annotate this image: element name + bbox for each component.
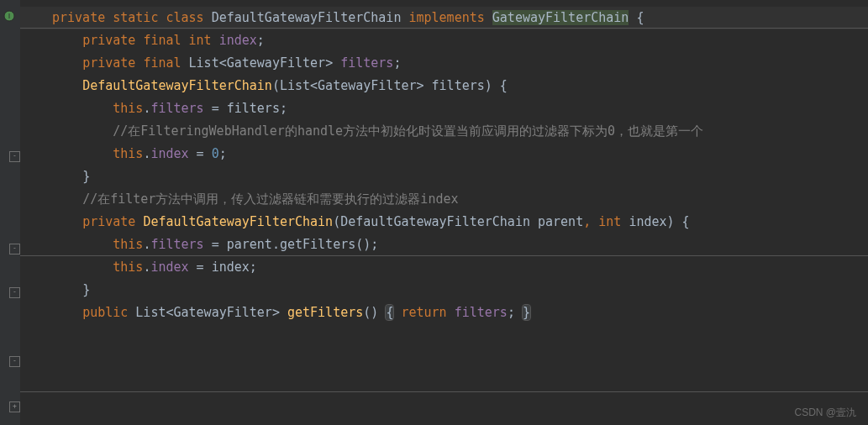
brace: { (636, 10, 644, 25)
overrides-icon[interactable]: I (2, 10, 17, 25)
fold-icon[interactable]: - (9, 151, 20, 162)
code-line[interactable]: this.index = index; (20, 256, 868, 279)
folded-brace[interactable]: } (523, 305, 530, 320)
watermark: CSDN @壹氿 (794, 406, 856, 420)
number-zero: 0 (212, 146, 219, 161)
field-index: index (219, 33, 257, 48)
constructor: DefaultGatewayFilterChain (82, 78, 272, 93)
constructor: DefaultGatewayFilterChain (143, 214, 333, 229)
code-line[interactable]: this.filters = filters; (20, 97, 868, 120)
code-line[interactable]: private static class DefaultGatewayFilte… (20, 7, 868, 29)
method-separator (20, 391, 868, 392)
code-line[interactable]: public List<GatewayFilter> getFilters() … (20, 302, 868, 324)
code-line[interactable]: } (20, 279, 868, 302)
type-name: GatewayFilterChain (492, 10, 629, 25)
kw-implements: implements (408, 10, 484, 25)
code-line[interactable]: //在FilteringWebHandler的handle方法中初始化时设置当前… (20, 120, 868, 143)
code-line[interactable]: this.filters = parent.getFilters(); (20, 233, 868, 256)
code-area[interactable]: private static class DefaultGatewayFilte… (20, 0, 868, 324)
type-name: DefaultGatewayFilterChain (212, 10, 402, 25)
kw-static: static (113, 10, 158, 25)
method-separator (20, 28, 868, 29)
code-line[interactable]: private final int index; (20, 29, 868, 52)
method-separator (20, 255, 868, 256)
code-editor[interactable]: I - - - - + private static class Default… (0, 0, 868, 425)
code-line[interactable]: private final List<GatewayFilter> filter… (20, 52, 868, 75)
code-line[interactable]: private DefaultGatewayFilterChain(Defaul… (20, 211, 868, 233)
fold-icon[interactable]: - (9, 356, 20, 367)
code-line[interactable]: //在filter方法中调用，传入过滤器链和需要执行的过滤器index (20, 188, 868, 211)
fold-icon[interactable]: + (9, 401, 20, 412)
gutter: I - - - - + (0, 0, 20, 425)
fold-icon[interactable]: - (9, 287, 20, 298)
code-line[interactable]: } (20, 165, 868, 188)
comment: //在filter方法中调用，传入过滤器链和需要执行的过滤器index (82, 192, 458, 207)
field-filters: filters (340, 55, 393, 71)
code-line[interactable]: DefaultGatewayFilterChain(List<GatewayFi… (20, 75, 868, 97)
svg-text:I: I (8, 12, 11, 20)
kw-private: private (52, 10, 105, 25)
kw-class: class (166, 10, 203, 25)
code-line[interactable]: this.index = 0; (20, 143, 868, 165)
comment: //在FilteringWebHandler的handle方法中初始化时设置当前… (113, 123, 703, 139)
fold-icon[interactable]: - (9, 244, 20, 254)
folded-brace[interactable]: { (386, 305, 393, 320)
method-getfilters: getFilters (287, 305, 363, 320)
